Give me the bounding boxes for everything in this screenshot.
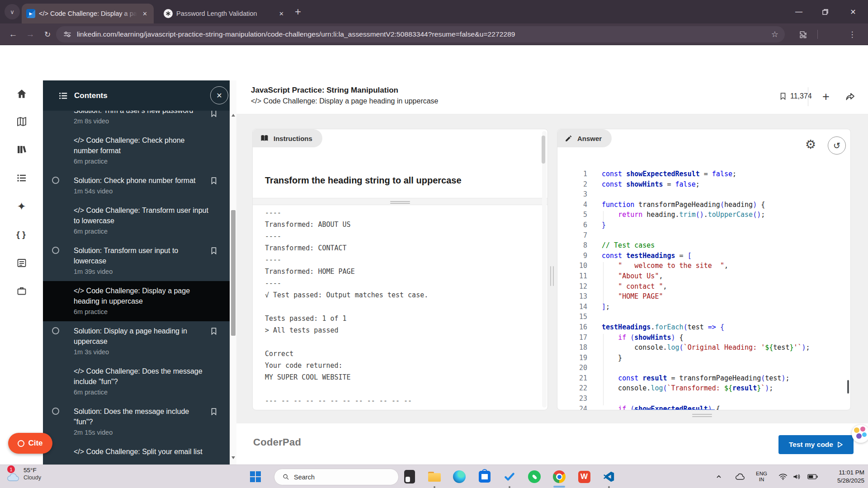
extensions-puzzle-icon[interactable]	[795, 23, 811, 45]
onedrive-cloud-icon[interactable]	[735, 465, 745, 488]
code-line[interactable]: 23	[557, 394, 850, 404]
contents-list-icon[interactable]	[0, 169, 43, 187]
code-line[interactable]: 22 console.log(`Transformed: ${result}`)…	[557, 383, 850, 394]
contents-item[interactable]: Solution: Trim a user's new password2m 8…	[43, 111, 230, 131]
contents-item[interactable]: Solution: Display a page heading in uppe…	[43, 321, 230, 361]
edge-icon[interactable]	[452, 469, 467, 484]
code-line[interactable]: 5 return heading.trim().toUpperCase();	[557, 210, 850, 220]
instructions-divider[interactable]	[253, 198, 547, 205]
code-line[interactable]: 2const showHints = false;	[557, 179, 850, 190]
bookmark-icon[interactable]	[210, 176, 218, 185]
taskbar-search[interactable]: Search	[274, 469, 399, 485]
code-line[interactable]: 9const testHeadings = [	[557, 251, 850, 261]
file-explorer-icon[interactable]	[427, 469, 442, 484]
editor-scrollbar-thumb[interactable]	[847, 380, 849, 394]
code-line[interactable]: 10 " welcome to the site ",	[557, 261, 850, 271]
code-line[interactable]: 6}	[557, 220, 850, 230]
code-line[interactable]: 12 " contact ",	[557, 282, 850, 292]
tab-close-icon[interactable]: ✕	[277, 9, 286, 18]
code-editor[interactable]: 1const showExpectedResult = false;2const…	[557, 169, 850, 410]
browser-tab-2[interactable]: Password Length Validation ✕	[159, 4, 290, 23]
scrollbar-thumb[interactable]	[231, 210, 236, 336]
answer-tab[interactable]: Answer	[557, 129, 612, 147]
map-icon[interactable]	[0, 113, 43, 131]
code-line[interactable]: 19 }	[557, 353, 850, 363]
panel-resize-handle[interactable]	[550, 266, 551, 286]
contents-item[interactable]: </> Code Challenge: Check phone number f…	[43, 131, 230, 171]
address-bar[interactable]: linkedin.com/learning/javascript-practic…	[56, 26, 785, 42]
windows-start-button[interactable]	[248, 469, 263, 484]
settings-gear-icon[interactable]: ⚙	[805, 137, 816, 152]
browser-menu-icon[interactable]: ⋮	[844, 23, 860, 45]
whatsapp-icon[interactable]	[527, 469, 542, 484]
code-line[interactable]: 4function transformPageHeading(heading) …	[557, 200, 850, 210]
code-line[interactable]: 8// Test cases	[557, 240, 850, 251]
window-restore-button[interactable]	[814, 0, 836, 23]
vscode-icon[interactable]	[602, 469, 616, 484]
instructions-tab[interactable]: Instructions	[253, 129, 322, 147]
code-line[interactable]: 11 "About Us",	[557, 271, 850, 282]
chrome-icon[interactable]	[552, 469, 566, 484]
language-indicator[interactable]: ENG IN	[756, 465, 767, 488]
instructions-scrollbar[interactable]	[542, 131, 547, 408]
code-line[interactable]: 7	[557, 230, 850, 241]
browser-tab-active[interactable]: ▶ </> Code Challenge: Display a pa ✕	[22, 4, 154, 23]
bookmark-star-icon[interactable]: ☆	[771, 29, 778, 39]
scrollbar-thumb[interactable]	[542, 136, 545, 164]
reset-code-button[interactable]: ↺	[828, 136, 846, 155]
code-braces-icon[interactable]: { }	[0, 225, 43, 244]
bookmark-count[interactable]: 11,374	[779, 92, 812, 101]
code-line[interactable]: 14];	[557, 302, 850, 312]
battery-icon[interactable]	[807, 465, 818, 488]
bottom-resize-handle[interactable]	[692, 413, 712, 418]
add-button[interactable]: +	[816, 87, 836, 107]
site-info-icon[interactable]	[63, 30, 71, 38]
contents-item[interactable]: </> Code Challenge: Split your email lis…	[43, 442, 230, 461]
library-icon[interactable]	[0, 141, 43, 159]
code-line[interactable]: 20	[557, 363, 850, 373]
volume-icon[interactable]	[793, 465, 801, 488]
contents-item[interactable]: </> Code Challenge: Does the message inc…	[43, 361, 230, 402]
bookmark-icon[interactable]	[210, 407, 218, 416]
sparkle-icon[interactable]: ✦	[0, 197, 43, 216]
back-button[interactable]: ←	[5, 23, 21, 45]
scroll-up-icon[interactable]	[231, 114, 235, 117]
tray-chevron-icon[interactable]	[716, 465, 722, 488]
phone-link-icon[interactable]	[402, 469, 417, 484]
check-app-icon[interactable]	[502, 469, 517, 484]
code-line[interactable]: 16testHeadings.forEach(test => {	[557, 322, 850, 333]
code-line[interactable]: 13 "HOME PAGE"	[557, 291, 850, 302]
panel-resize-handle[interactable]	[553, 266, 554, 286]
notes-icon[interactable]	[0, 254, 43, 272]
share-button[interactable]	[840, 87, 860, 107]
contents-item[interactable]: Solution: Does the message include "fun"…	[43, 402, 230, 442]
bookmark-icon[interactable]	[210, 246, 218, 255]
cite-button[interactable]: Cite	[8, 433, 52, 454]
tab-close-icon[interactable]: ✕	[141, 9, 149, 18]
code-line[interactable]: 21 const result = transformPageHeading(t…	[557, 373, 850, 384]
window-close-button[interactable]: ✕	[842, 0, 864, 23]
code-line[interactable]: 3	[557, 189, 850, 200]
window-minimize-button[interactable]: —	[788, 0, 810, 23]
contents-item[interactable]: Solution: Check phone number format1m 54…	[43, 171, 230, 201]
test-my-code-button[interactable]: Test my code	[778, 435, 854, 454]
tab-search-button[interactable]: ∨	[5, 4, 20, 19]
clock[interactable]: 11:01 PM 5/28/2025	[823, 469, 864, 485]
briefcase-icon[interactable]	[0, 282, 43, 300]
code-line[interactable]: 1const showExpectedResult = false;	[557, 169, 850, 179]
reload-button[interactable]: ↻	[40, 23, 55, 45]
scroll-down-icon[interactable]	[231, 456, 235, 459]
w-office-icon[interactable]: W	[577, 469, 591, 484]
bookmark-icon[interactable]	[210, 111, 218, 118]
home-icon[interactable]	[0, 85, 43, 103]
contents-item[interactable]: </> Code Challenge: Display a page headi…	[43, 281, 230, 321]
bookmark-icon[interactable]	[210, 327, 218, 336]
new-tab-button[interactable]: +	[295, 5, 301, 18]
contents-item[interactable]: Solution: Transform user input to lowerc…	[43, 241, 230, 281]
contents-close-button[interactable]: ✕	[210, 86, 228, 104]
code-line[interactable]: 18 console.log(`Original Heading: '${tes…	[557, 343, 850, 353]
contents-item[interactable]: </> Code Challenge: Transform user input…	[43, 201, 230, 241]
floating-widget-icon[interactable]	[852, 425, 868, 443]
contents-scrollbar[interactable]	[230, 80, 236, 465]
code-line[interactable]: 15	[557, 312, 850, 322]
